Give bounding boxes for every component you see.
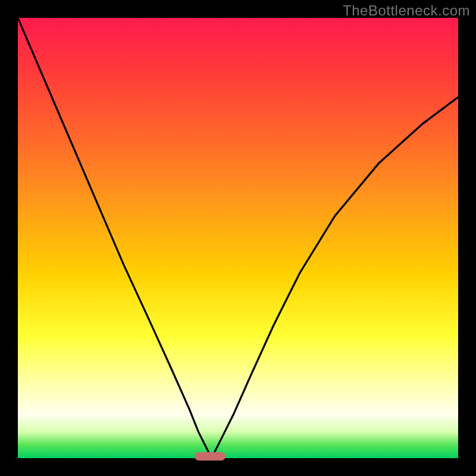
chart-frame: TheBottleneck.com: [0, 0, 476, 476]
left-curve: [18, 18, 212, 458]
right-curve: [212, 97, 458, 458]
chart-curves: [18, 18, 458, 458]
chart-plot-area: [18, 18, 458, 458]
min-marker: [195, 452, 226, 461]
watermark-text: TheBottleneck.com: [343, 2, 470, 19]
